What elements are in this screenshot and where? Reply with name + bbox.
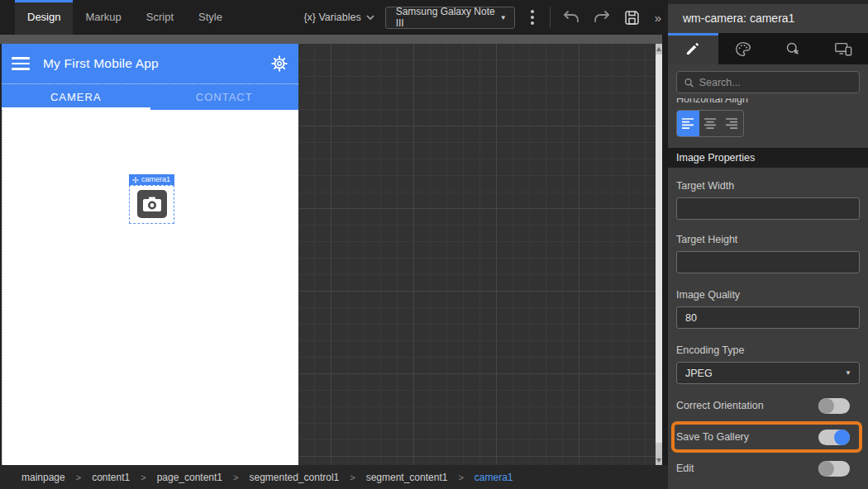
- align-left-button[interactable]: [677, 111, 699, 136]
- breadcrumb: mainpage > content1 > page_content1 > se…: [0, 465, 668, 489]
- breadcrumb-item[interactable]: page_content1: [157, 472, 222, 483]
- horizontal-align-group: [676, 110, 744, 137]
- move-icon: [132, 177, 139, 183]
- properties-panel: wm-camera: camera1 Ho: [668, 0, 868, 489]
- panel-tab-events[interactable]: [768, 33, 818, 64]
- dropdown-arrow-icon: ▼: [845, 369, 851, 377]
- correct-orientation-toggle[interactable]: [818, 398, 850, 414]
- target-width-input[interactable]: [676, 197, 860, 220]
- save-to-gallery-highlight: Save To Gallery: [671, 421, 862, 453]
- camera-icon: [142, 196, 162, 212]
- panel-body: Horizontal Align Image Properties Target…: [668, 64, 868, 489]
- redo-icon: [593, 9, 611, 26]
- tab-design[interactable]: Design: [15, 0, 73, 35]
- align-right-button[interactable]: [721, 111, 743, 136]
- panel-tabbar: [668, 33, 868, 64]
- property-search[interactable]: [676, 71, 860, 93]
- tab-style[interactable]: Style: [186, 0, 235, 35]
- align-right-icon: [725, 117, 738, 130]
- tab-markup[interactable]: Markup: [73, 0, 133, 35]
- panel-tab-styles[interactable]: [718, 33, 769, 64]
- scroll-up-arrow[interactable]: [656, 44, 662, 54]
- breadcrumb-separator: >: [76, 472, 81, 482]
- save-to-gallery-label: Save To Gallery: [676, 431, 749, 443]
- chevron-down-icon: [366, 15, 374, 21]
- dropdown-arrow-icon: ▼: [500, 14, 507, 21]
- breadcrumb-separator: >: [233, 472, 238, 482]
- phone-app-header: My First Mobile App: [2, 44, 298, 83]
- encoding-type-label: Encoding Type: [676, 344, 860, 356]
- panel-gutter: [662, 44, 668, 465]
- tab-script[interactable]: Script: [134, 0, 186, 35]
- undo-icon: [562, 9, 580, 26]
- breadcrumb-item[interactable]: mainpage: [21, 472, 65, 483]
- edit-row: Edit: [676, 460, 860, 477]
- align-left-icon: [681, 117, 694, 130]
- canvas-vertical-scrollbar[interactable]: [656, 44, 662, 465]
- top-toolbar: Design Markup Script Style {x} Variables…: [0, 0, 668, 35]
- devices-icon: [834, 40, 852, 57]
- phone-page-content: camera1: [2, 110, 298, 465]
- device-selector[interactable]: Samsung Galaxy Note III ▼: [385, 7, 515, 29]
- save-to-gallery-toggle[interactable]: [818, 430, 850, 445]
- collapse-panel-chevron[interactable]: »: [653, 11, 663, 25]
- correct-orientation-label: Correct Orientation: [676, 400, 764, 411]
- save-to-gallery-row: Save To Gallery: [676, 429, 850, 445]
- design-canvas[interactable]: [298, 44, 656, 465]
- breadcrumb-item[interactable]: segment_content1: [366, 472, 448, 483]
- app-window: Design Markup Script Style {x} Variables…: [0, 0, 868, 489]
- image-quality-label: Image Quality: [676, 289, 860, 301]
- phone-preview: My First Mobile App CAMERA CONTACT c: [0, 44, 298, 465]
- scrollbar-thumb[interactable]: [656, 55, 662, 443]
- breadcrumb-item[interactable]: segmented_control1: [249, 472, 339, 483]
- segment-contact[interactable]: CONTACT: [150, 84, 299, 110]
- toolbar-right-group: {x} Variables Samsung Galaxy Note III ▼: [303, 0, 668, 35]
- target-width-label: Target Width: [676, 180, 860, 192]
- align-center-icon: [703, 117, 717, 130]
- edit-toggle[interactable]: [818, 461, 850, 477]
- pencil-icon: [684, 40, 701, 57]
- toolbar-divider: [550, 7, 551, 28]
- more-options-icon[interactable]: [526, 7, 539, 28]
- redo-button[interactable]: [592, 7, 612, 27]
- breadcrumb-item[interactable]: content1: [92, 472, 130, 483]
- gear-icon[interactable]: [270, 55, 289, 73]
- segmented-control: CAMERA CONTACT: [2, 83, 298, 110]
- panel-tab-devices[interactable]: [818, 33, 868, 64]
- segment-camera[interactable]: CAMERA: [2, 84, 150, 110]
- align-center-button[interactable]: [699, 111, 722, 136]
- variables-label: {x} Variables: [303, 12, 360, 23]
- breadcrumb-item-current[interactable]: camera1: [475, 472, 513, 483]
- canvas-top-strip: [0, 35, 668, 44]
- undo-button[interactable]: [561, 7, 581, 27]
- encoding-type-value: JPEG: [685, 368, 713, 379]
- phone-app-title: My First Mobile App: [43, 56, 159, 71]
- panel-title: wm-camera: camera1: [668, 4, 868, 33]
- camera-widget[interactable]: [137, 190, 167, 218]
- breadcrumb-separator: >: [458, 472, 463, 482]
- image-quality-input[interactable]: [676, 306, 860, 329]
- save-button[interactable]: [622, 7, 642, 27]
- save-icon: [623, 9, 641, 26]
- variables-menu[interactable]: {x} Variables: [303, 12, 374, 23]
- selected-widget-outline[interactable]: [129, 185, 174, 224]
- search-icon: [684, 77, 694, 88]
- target-height-input[interactable]: [676, 251, 860, 273]
- palette-icon: [734, 40, 751, 58]
- encoding-type-select[interactable]: JPEG ▼: [676, 362, 860, 384]
- breadcrumb-separator: >: [141, 472, 145, 482]
- device-selector-value: Samsung Galaxy Note III: [396, 6, 500, 29]
- breadcrumb-separator: >: [350, 472, 355, 482]
- edit-label: Edit: [676, 463, 694, 474]
- correct-orientation-row: Correct Orientation: [676, 397, 860, 414]
- panel-tab-properties[interactable]: [668, 33, 718, 64]
- search-input[interactable]: [699, 77, 852, 88]
- target-height-label: Target Height: [676, 234, 860, 245]
- widget-tag-label: camera1: [141, 174, 170, 185]
- hamburger-menu-icon[interactable]: [12, 57, 30, 70]
- widget-drag-tag[interactable]: camera1: [129, 174, 174, 185]
- horizontal-align-label: Horizontal Align: [668, 98, 868, 107]
- scroll-down-arrow[interactable]: [656, 455, 662, 465]
- content-row: My First Mobile App CAMERA CONTACT c: [0, 44, 668, 465]
- section-header-image-properties: Image Properties: [668, 148, 868, 168]
